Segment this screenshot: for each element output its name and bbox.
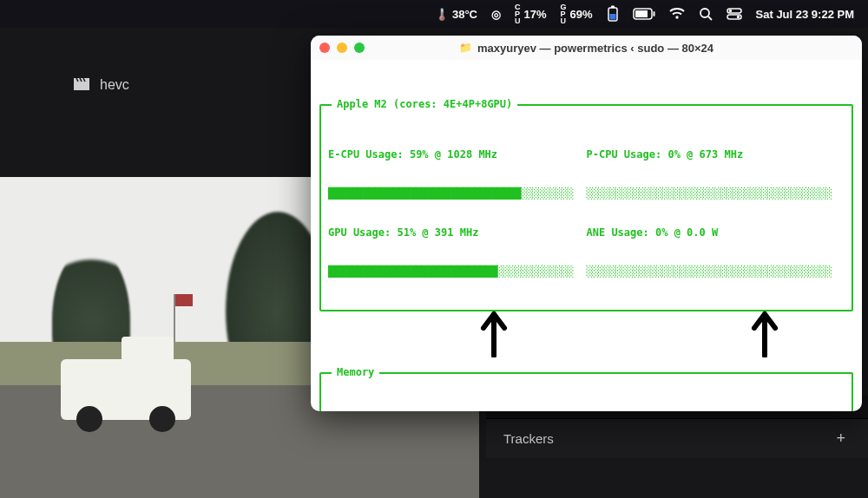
ecpu-bar: █████████████████████████████████░░░░░░░… xyxy=(328,187,587,200)
svg-point-12 xyxy=(736,16,739,18)
svg-rect-5 xyxy=(635,10,648,17)
svg-line-8 xyxy=(708,16,712,20)
cpu-label-icon: CPU xyxy=(515,3,521,24)
search-icon[interactable] xyxy=(699,7,713,21)
temperature-value: 38°C xyxy=(452,8,477,21)
section-memory: Memory RAM Usage: 7.2/16.0GB - swap:0.2/… xyxy=(319,372,853,411)
clip-name: hevc xyxy=(100,77,129,93)
ane-usage: ANE Usage: 0% @ 0.0 W xyxy=(587,226,845,239)
svg-rect-13 xyxy=(74,82,89,90)
battery-icon[interactable] xyxy=(607,5,619,23)
battery-icon-2[interactable] xyxy=(633,8,655,20)
gpu-percent: 69% xyxy=(570,8,593,21)
gpu-bar: █████████████████████████████░░░░░░░░░░░… xyxy=(328,265,587,278)
svg-point-6 xyxy=(675,16,678,18)
svg-rect-4 xyxy=(653,11,654,16)
menubar: 🌡️ 38°C ◎ CPU 17% GPU 69% Sat Jul 23 9:2… xyxy=(0,0,868,28)
ecpu-usage: E-CPU Usage: 59% @ 1028 MHz xyxy=(328,148,587,161)
temperature-indicator[interactable]: 🌡️ 38°C xyxy=(435,8,477,21)
thermometer-icon: 🌡️ xyxy=(435,8,449,21)
sensor-icon[interactable]: ◎ xyxy=(491,8,501,21)
gpu-indicator[interactable]: GPU 69% xyxy=(561,3,593,24)
svg-rect-1 xyxy=(611,6,615,9)
cpu-indicator[interactable]: CPU 17% xyxy=(515,3,547,24)
section-cpu: Apple M2 (cores: 4E+4P+8GPU) E-CPU Usage… xyxy=(319,104,853,311)
cpu-section-legend: Apple M2 (cores: 4E+4P+8GPU) xyxy=(332,98,517,111)
terminal-titlebar[interactable]: 📁 maxyuryev — powermetrics ‹ sudo — 80×2… xyxy=(311,36,862,60)
pcpu-bar: ░░░░░░░░░░░░░░░░░░░░░░░░░░░░░░░░░░░░░░░░… xyxy=(587,187,845,200)
terminal-body[interactable]: Apple M2 (cores: 4E+4P+8GPU) E-CPU Usage… xyxy=(311,60,862,411)
trackers-label: Trackers xyxy=(503,431,554,446)
clip-name-bar[interactable]: hevc xyxy=(0,68,312,102)
terminal-title: 📁 maxyuryev — powermetrics ‹ sudo — 80×2… xyxy=(311,42,862,55)
terminal-window[interactable]: 📁 maxyuryev — powermetrics ‹ sudo — 80×2… xyxy=(311,36,862,411)
gpu-label-icon: GPU xyxy=(561,3,567,24)
ane-bar: ░░░░░░░░░░░░░░░░░░░░░░░░░░░░░░░░░░░░░░░░… xyxy=(587,265,845,278)
clapperboard-icon xyxy=(74,78,89,93)
datetime[interactable]: Sat Jul 23 9:22 PM xyxy=(756,8,854,21)
memory-section-legend: Memory xyxy=(332,366,379,379)
cpu-percent: 17% xyxy=(523,8,546,21)
pcpu-usage: P-CPU Usage: 0% @ 673 MHz xyxy=(587,148,845,161)
trackers-row[interactable]: Trackers + xyxy=(486,418,868,458)
gpu-usage: GPU Usage: 51% @ 391 MHz xyxy=(328,226,587,239)
control-center-icon[interactable] xyxy=(727,8,742,20)
wifi-icon[interactable] xyxy=(669,8,685,20)
add-tracker-icon[interactable]: + xyxy=(836,429,845,448)
svg-rect-2 xyxy=(609,14,615,20)
folder-icon: 📁 xyxy=(459,42,472,54)
datetime-text: Sat Jul 23 9:22 PM xyxy=(756,8,854,21)
svg-point-7 xyxy=(700,9,709,17)
svg-point-10 xyxy=(728,10,731,12)
